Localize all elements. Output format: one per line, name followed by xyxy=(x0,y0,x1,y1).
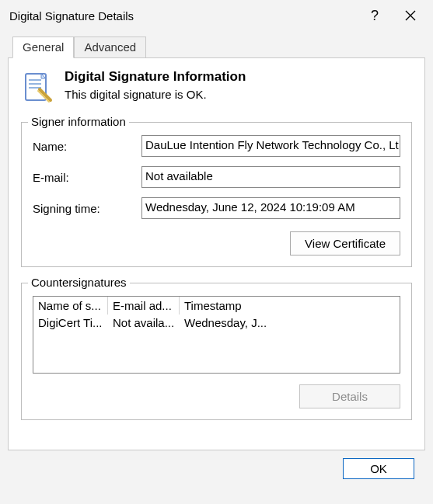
cell-timestamp: Wednesday, J... xyxy=(180,315,273,331)
help-button[interactable]: ? xyxy=(357,3,393,28)
close-button[interactable] xyxy=(393,3,428,28)
col-email[interactable]: E-mail ad... xyxy=(108,297,180,315)
col-timestamp[interactable]: Timestamp xyxy=(180,297,273,315)
subheading: This digital signature is OK. xyxy=(65,88,246,101)
countersign-group-legend: Countersignatures xyxy=(28,276,130,289)
tab-advanced[interactable]: Advanced xyxy=(74,36,146,58)
list-header-row: Name of s... E-mail ad... Timestamp xyxy=(33,297,400,315)
signing-time-label: Signing time: xyxy=(33,202,141,215)
signing-time-value[interactable]: Wednesday, June 12, 2024 10:19:09 AM xyxy=(141,197,400,219)
titlebar: Digital Signature Details ? xyxy=(0,0,433,31)
name-label: Name: xyxy=(33,140,141,153)
countersignatures-list[interactable]: Name of s... E-mail ad... Timestamp Digi… xyxy=(33,296,400,374)
tab-bar: General Advanced xyxy=(12,36,425,57)
name-value[interactable]: DauLue Intention Fly Network Technology … xyxy=(141,135,400,157)
signer-info-group: Signer information Name: DauLue Intentio… xyxy=(21,122,412,267)
details-button: Details xyxy=(299,384,400,408)
signer-group-legend: Signer information xyxy=(28,115,129,128)
tab-content: Digital Signature Information This digit… xyxy=(8,57,425,450)
list-row[interactable]: DigiCert Ti... Not availa... Wednesday, … xyxy=(33,315,400,331)
cell-email: Not availa... xyxy=(108,315,180,331)
cell-name: DigiCert Ti... xyxy=(33,315,108,331)
view-certificate-button[interactable]: View Certificate xyxy=(290,231,400,255)
countersignatures-group: Countersignatures Name of s... E-mail ad… xyxy=(21,283,412,420)
close-icon xyxy=(405,10,416,21)
heading: Digital Signature Information xyxy=(65,69,246,85)
col-name[interactable]: Name of s... xyxy=(33,297,108,315)
email-value[interactable]: Not available xyxy=(141,166,400,188)
ok-button[interactable]: OK xyxy=(343,458,414,479)
email-label: E-mail: xyxy=(33,171,141,184)
window-title: Digital Signature Details xyxy=(9,9,357,23)
tab-general[interactable]: General xyxy=(12,36,74,58)
certificate-document-icon xyxy=(21,71,54,103)
